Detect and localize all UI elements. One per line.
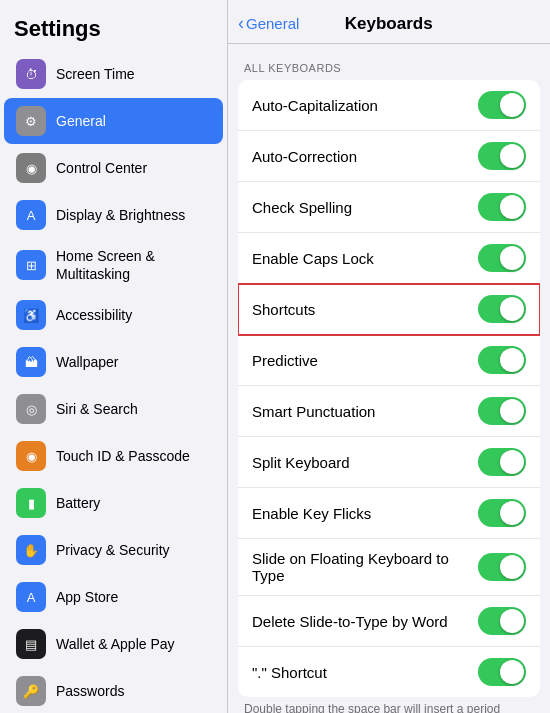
row-check-spelling[interactable]: Check Spelling	[238, 182, 540, 233]
accessibility-icon: ♿	[16, 300, 46, 330]
row-label-check-spelling: Check Spelling	[252, 199, 478, 216]
sidebar-item-label-app-store: App Store	[56, 588, 118, 606]
row-label-shortcuts: Shortcuts	[252, 301, 478, 318]
toggle-split-kb[interactable]	[478, 448, 526, 476]
sidebar-item-wallpaper[interactable]: 🏔Wallpaper	[4, 339, 223, 385]
section-note-all-keyboards: Double tapping the space bar will insert…	[228, 697, 550, 713]
sidebar-item-label-battery: Battery	[56, 494, 100, 512]
card-all-keyboards: Auto-CapitalizationAuto-CorrectionCheck …	[238, 80, 540, 697]
toggle-caps-lock[interactable]	[478, 244, 526, 272]
toggle-period-shortcut[interactable]	[478, 658, 526, 686]
row-auto-correct[interactable]: Auto-Correction	[238, 131, 540, 182]
toggle-delete-slide[interactable]	[478, 607, 526, 635]
row-label-auto-correct: Auto-Correction	[252, 148, 478, 165]
sidebar-item-display-brightness[interactable]: ADisplay & Brightness	[4, 192, 223, 238]
toggle-smart-punct[interactable]	[478, 397, 526, 425]
toggle-knob-shortcuts	[500, 297, 524, 321]
row-auto-cap[interactable]: Auto-Capitalization	[238, 80, 540, 131]
toggle-knob-slide-float	[500, 555, 524, 579]
sidebar-item-touch-id[interactable]: ◉Touch ID & Passcode	[4, 433, 223, 479]
toggle-knob-key-flicks	[500, 501, 524, 525]
toggle-knob-delete-slide	[500, 609, 524, 633]
sidebar-item-app-store[interactable]: AApp Store	[4, 574, 223, 620]
sidebar-item-siri-search[interactable]: ◎Siri & Search	[4, 386, 223, 432]
back-button[interactable]: ‹ General	[238, 13, 299, 34]
sidebar-item-label-touch-id: Touch ID & Passcode	[56, 447, 190, 465]
sidebar-item-label-wallet: Wallet & Apple Pay	[56, 635, 175, 653]
toggle-knob-check-spelling	[500, 195, 524, 219]
row-period-shortcut[interactable]: "." Shortcut	[238, 647, 540, 697]
back-label: General	[246, 15, 299, 32]
toggle-key-flicks[interactable]	[478, 499, 526, 527]
sidebar-item-label-wallpaper: Wallpaper	[56, 353, 119, 371]
row-predictive[interactable]: Predictive	[238, 335, 540, 386]
row-split-kb[interactable]: Split Keyboard	[238, 437, 540, 488]
privacy-icon: ✋	[16, 535, 46, 565]
sidebar-item-label-accessibility: Accessibility	[56, 306, 132, 324]
row-key-flicks[interactable]: Enable Key Flicks	[238, 488, 540, 539]
row-slide-float[interactable]: Slide on Floating Keyboard to Type	[238, 539, 540, 596]
toggle-auto-correct[interactable]	[478, 142, 526, 170]
toggle-knob-split-kb	[500, 450, 524, 474]
toggle-shortcuts[interactable]	[478, 295, 526, 323]
sidebar-item-label-general: General	[56, 112, 106, 130]
back-chevron-icon: ‹	[238, 13, 244, 34]
app-store-icon: A	[16, 582, 46, 612]
sidebar-item-label-siri-search: Siri & Search	[56, 400, 138, 418]
section-label-all-keyboards: ALL KEYBOARDS	[228, 62, 550, 80]
main-header: ‹ General Keyboards	[228, 0, 550, 44]
toggle-check-spelling[interactable]	[478, 193, 526, 221]
sidebar-item-general[interactable]: ⚙General	[4, 98, 223, 144]
toggle-auto-cap[interactable]	[478, 91, 526, 119]
sidebar-title: Settings	[0, 0, 227, 50]
toggle-slide-float[interactable]	[478, 553, 526, 581]
main-content: ALL KEYBOARDSAuto-CapitalizationAuto-Cor…	[228, 44, 550, 713]
page-title: Keyboards	[303, 14, 474, 34]
sidebar-item-label-control-center: Control Center	[56, 159, 147, 177]
section-all-keyboards: ALL KEYBOARDSAuto-CapitalizationAuto-Cor…	[228, 62, 550, 713]
row-caps-lock[interactable]: Enable Caps Lock	[238, 233, 540, 284]
sidebar-item-wallet[interactable]: ▤Wallet & Apple Pay	[4, 621, 223, 667]
row-delete-slide[interactable]: Delete Slide-to-Type by Word	[238, 596, 540, 647]
sidebar-item-label-screen-time: Screen Time	[56, 65, 135, 83]
row-label-caps-lock: Enable Caps Lock	[252, 250, 478, 267]
toggle-predictive[interactable]	[478, 346, 526, 374]
sidebar-item-label-display-brightness: Display & Brightness	[56, 206, 185, 224]
sidebar: Settings ⏱Screen Time⚙General◉Control Ce…	[0, 0, 228, 713]
sidebar-item-control-center[interactable]: ◉Control Center	[4, 145, 223, 191]
row-label-split-kb: Split Keyboard	[252, 454, 478, 471]
touch-id-icon: ◉	[16, 441, 46, 471]
sidebar-item-label-home-screen: Home Screen & Multitasking	[56, 247, 213, 283]
toggle-knob-period-shortcut	[500, 660, 524, 684]
main-panel: ‹ General Keyboards ALL KEYBOARDSAuto-Ca…	[228, 0, 550, 713]
sidebar-item-passwords[interactable]: 🔑Passwords	[4, 668, 223, 713]
row-label-period-shortcut: "." Shortcut	[252, 664, 478, 681]
sidebar-item-accessibility[interactable]: ♿Accessibility	[4, 292, 223, 338]
general-icon: ⚙	[16, 106, 46, 136]
row-label-slide-float: Slide on Floating Keyboard to Type	[252, 550, 478, 584]
passwords-icon: 🔑	[16, 676, 46, 706]
sidebar-item-home-screen[interactable]: ⊞Home Screen & Multitasking	[4, 239, 223, 291]
row-label-predictive: Predictive	[252, 352, 478, 369]
row-label-delete-slide: Delete Slide-to-Type by Word	[252, 613, 478, 630]
display-brightness-icon: A	[16, 200, 46, 230]
toggle-knob-predictive	[500, 348, 524, 372]
sidebar-item-label-passwords: Passwords	[56, 682, 124, 700]
sidebar-item-label-privacy: Privacy & Security	[56, 541, 170, 559]
toggle-knob-auto-cap	[500, 93, 524, 117]
wallet-icon: ▤	[16, 629, 46, 659]
home-screen-icon: ⊞	[16, 250, 46, 280]
siri-search-icon: ◎	[16, 394, 46, 424]
row-smart-punct[interactable]: Smart Punctuation	[238, 386, 540, 437]
sidebar-item-privacy[interactable]: ✋Privacy & Security	[4, 527, 223, 573]
sidebar-item-screen-time[interactable]: ⏱Screen Time	[4, 51, 223, 97]
row-label-auto-cap: Auto-Capitalization	[252, 97, 478, 114]
sidebar-item-battery[interactable]: ▮Battery	[4, 480, 223, 526]
row-label-key-flicks: Enable Key Flicks	[252, 505, 478, 522]
toggle-knob-smart-punct	[500, 399, 524, 423]
row-shortcuts[interactable]: Shortcuts	[238, 284, 540, 335]
screen-time-icon: ⏱	[16, 59, 46, 89]
toggle-knob-auto-correct	[500, 144, 524, 168]
toggle-knob-caps-lock	[500, 246, 524, 270]
wallpaper-icon: 🏔	[16, 347, 46, 377]
